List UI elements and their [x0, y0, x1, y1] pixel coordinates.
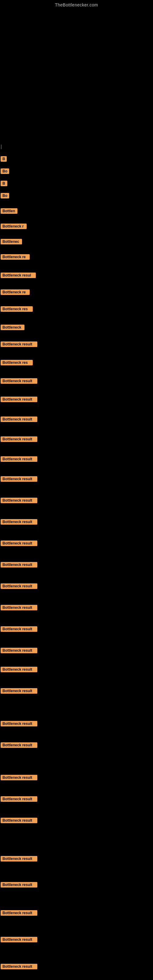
bottleneck-result-badge: Bottleneck result	[1, 964, 37, 969]
bottleneck-result-row: Bottleneck result	[1, 796, 37, 803]
bottleneck-result-badge: Bottleneck resul	[1, 272, 36, 278]
bottleneck-result-badge: Bottleneck result	[1, 476, 37, 482]
bottleneck-result-badge: Bottlenec	[1, 239, 22, 244]
bottleneck-result-row: Bottleneck result	[1, 626, 37, 633]
site-title: TheBottlenecker.com	[0, 0, 153, 7]
bottleneck-result-row: Bottleneck result	[1, 937, 37, 943]
bottleneck-result-badge: Bottleneck result	[1, 436, 37, 442]
bottleneck-result-badge: Bottleneck result	[1, 775, 37, 780]
bottleneck-result-row: Bottleneck result	[1, 417, 37, 423]
bottleneck-result-badge: Bottleneck result	[1, 667, 37, 672]
bottleneck-result-badge: Bottleneck res	[1, 360, 33, 365]
bottleneck-result-badge: Bottleneck result	[1, 742, 37, 748]
bottleneck-result-badge: Bottleneck result	[1, 937, 37, 942]
bottleneck-result-badge: B	[1, 156, 7, 162]
bottleneck-result-badge: Bottleneck result	[1, 796, 37, 802]
bottleneck-result-row: Bottleneck result	[1, 342, 37, 348]
bottleneck-result-badge: Bottlen	[1, 208, 18, 214]
bottleneck-result-badge: Bo	[1, 193, 9, 199]
bottleneck-result-badge: Bottleneck result	[1, 417, 37, 422]
bottleneck-result-row: Bo	[1, 193, 9, 200]
bottleneck-result-badge: Bottleneck re	[1, 254, 30, 260]
bottleneck-result-badge: Bottleneck result	[1, 519, 37, 525]
bottleneck-result-row: Bottleneck re	[1, 254, 30, 261]
bottleneck-result-row: Bottlenec	[1, 239, 22, 246]
bottleneck-result-badge: Bottleneck result	[1, 626, 37, 632]
bottleneck-result-row: Bottleneck result	[1, 688, 37, 695]
bottleneck-result-badge: Bottleneck result	[1, 396, 37, 402]
bottleneck-result-row: Bottleneck result	[1, 456, 37, 463]
bottleneck-result-badge: Bottleneck result	[1, 562, 37, 568]
bottleneck-result-row: Bottleneck re	[1, 290, 30, 296]
bottleneck-result-badge: Bottleneck result	[1, 584, 37, 589]
bottleneck-result-row: Bottleneck res	[1, 360, 33, 367]
bottleneck-result-row: Bottleneck result	[1, 910, 37, 917]
bottleneck-result-row: Bottleneck result	[1, 818, 37, 824]
bottleneck-result-row: Bottlen	[1, 208, 18, 215]
bottleneck-result-row: Bottleneck result	[1, 396, 37, 403]
bottleneck-result-row: Bottleneck result	[1, 436, 37, 443]
bottleneck-result-row: Bottleneck result	[1, 541, 37, 547]
bottleneck-result-row: Bottleneck result	[1, 667, 37, 673]
bottleneck-result-badge: Bottleneck result	[1, 541, 37, 546]
bottleneck-result-row: Bottleneck result	[1, 856, 37, 863]
bottleneck-result-row: Bottleneck resul	[1, 272, 36, 279]
bottleneck-result-row: Bottleneck result	[1, 648, 37, 654]
bottleneck-result-badge: B	[1, 181, 7, 186]
bottleneck-result-row: Bottleneck result	[1, 882, 37, 889]
bottleneck-result-badge: Bottleneck result	[1, 721, 37, 726]
bottleneck-result-row: |	[1, 144, 2, 150]
bottleneck-result-row: Bottleneck result	[1, 605, 37, 612]
bottleneck-result-badge: Bottleneck result	[1, 818, 37, 823]
bottleneck-result-row: Bottleneck result	[1, 964, 37, 970]
bottleneck-result-row: Bottleneck result	[1, 742, 37, 749]
bottleneck-result-row: Bottleneck result	[1, 498, 37, 504]
bottleneck-result-row: Bottleneck result	[1, 562, 37, 569]
bottleneck-result-row: Bottleneck result	[1, 519, 37, 526]
bottleneck-result-badge: Bottleneck result	[1, 882, 37, 888]
bottleneck-result-row: Bottleneck result	[1, 721, 37, 728]
bottleneck-result-row: Bottleneck result	[1, 584, 37, 590]
bottleneck-result-row: Bottleneck result	[1, 775, 37, 781]
bottleneck-result-row: Bottleneck	[1, 325, 24, 331]
bottleneck-result-badge: Bottleneck result	[1, 856, 37, 861]
bottleneck-result-badge: Bo	[1, 169, 9, 174]
bottleneck-result-badge: Bottleneck result	[1, 498, 37, 503]
bottleneck-result-badge: Bottleneck result	[1, 342, 37, 347]
bottleneck-result-row: Bottleneck res	[1, 306, 33, 313]
bottleneck-result-badge: Bottleneck res	[1, 306, 33, 312]
bottleneck-result-badge: Bottleneck result	[1, 378, 37, 384]
bottleneck-result-badge: Bottleneck result	[1, 648, 37, 653]
bottleneck-result-badge: Bottleneck result	[1, 456, 37, 462]
bottleneck-result-row: Bo	[1, 169, 9, 175]
bottleneck-result-badge: Bottleneck result	[1, 910, 37, 916]
bottleneck-result-row: Bottleneck result	[1, 378, 37, 385]
text-cursor: |	[1, 144, 2, 149]
bottleneck-result-row: B	[1, 181, 7, 188]
bottleneck-result-badge: Bottleneck result	[1, 688, 37, 694]
bottleneck-result-badge: Bottleneck	[1, 325, 24, 330]
bottleneck-result-badge: Bottleneck result	[1, 605, 37, 610]
bottleneck-result-row: Bottleneck r	[1, 224, 27, 230]
bottleneck-result-badge: Bottleneck re	[1, 290, 30, 295]
bottleneck-result-row: B	[1, 156, 7, 163]
bottleneck-result-row: Bottleneck result	[1, 476, 37, 483]
bottleneck-result-badge: Bottleneck r	[1, 224, 27, 229]
